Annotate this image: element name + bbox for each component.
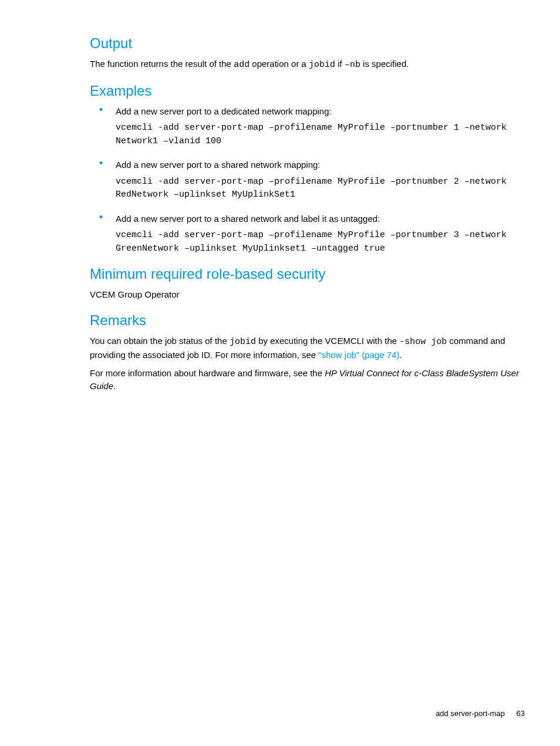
code-span: –nb xyxy=(345,60,360,70)
output-heading: Output xyxy=(90,35,525,52)
security-text: VCEM Group Operator xyxy=(90,288,525,302)
example-code: vcemcli -add server-port-map –profilenam… xyxy=(116,175,525,202)
list-item: Add a new server port to a shared networ… xyxy=(90,212,525,256)
text-span: . xyxy=(400,350,402,360)
remarks-heading: Remarks xyxy=(90,312,525,329)
code-span: -show job xyxy=(399,337,447,347)
example-text: Add a new server port to a shared networ… xyxy=(116,158,525,172)
remarks-paragraph-2: For more information about hardware and … xyxy=(90,367,525,393)
page-number: 63 xyxy=(517,709,525,718)
example-code: vcemcli -add server-port-map –profilenam… xyxy=(116,229,525,255)
page-footer: add server-port-map 63 xyxy=(436,709,525,718)
examples-list: Add a new server port to a dedicated net… xyxy=(90,105,525,256)
text-span: is specified. xyxy=(360,59,409,69)
example-code: vcemcli -add server-port-map –profilenam… xyxy=(116,121,525,148)
examples-heading: Examples xyxy=(90,83,525,99)
list-item: Add a new server port to a shared networ… xyxy=(90,158,525,202)
code-span: jobid xyxy=(230,337,256,347)
text-span: The function returns the result of the xyxy=(90,59,234,69)
text-span: You can obtain the job status of the xyxy=(90,336,230,346)
text-span: operation or a xyxy=(249,59,309,69)
code-span: add xyxy=(234,60,249,70)
security-heading: Minimum required role-based security xyxy=(90,266,525,282)
remarks-paragraph-1: You can obtain the job status of the job… xyxy=(90,335,525,362)
code-span: jobid xyxy=(309,60,335,70)
list-item: Add a new server port to a dedicated net… xyxy=(90,105,525,148)
text-span: if xyxy=(335,59,345,69)
show-job-link[interactable]: "show job" (page 74) xyxy=(318,350,399,360)
output-paragraph: The function returns the result of the a… xyxy=(90,58,525,72)
document-content: Output The function returns the result o… xyxy=(0,0,560,393)
example-text: Add a new server port to a shared networ… xyxy=(116,212,525,226)
text-span: by executing the VCEMCLI with the xyxy=(256,336,399,346)
text-span: . xyxy=(113,381,116,391)
footer-title: add server-port-map xyxy=(436,709,505,718)
text-span: For more information about hardware and … xyxy=(90,368,325,378)
example-text: Add a new server port to a dedicated net… xyxy=(116,105,525,119)
